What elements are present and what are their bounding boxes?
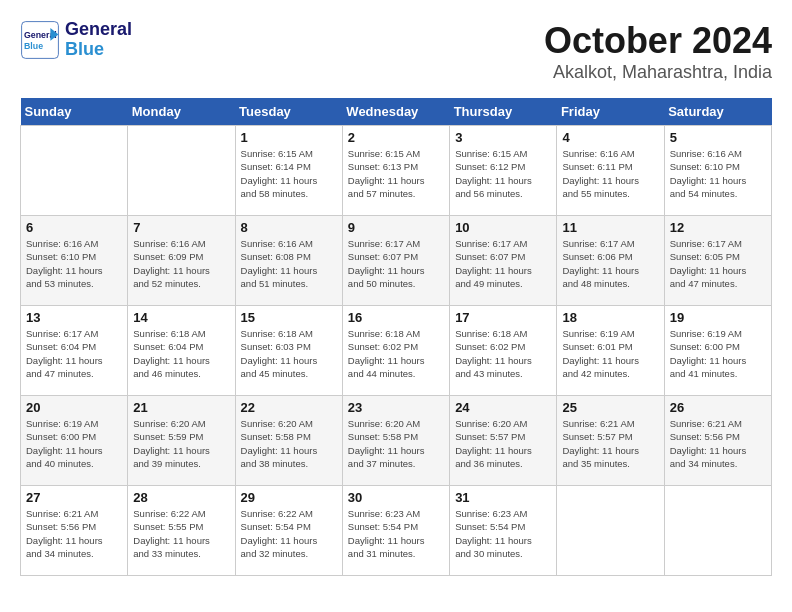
day-number: 23: [348, 400, 444, 415]
calendar-cell: 1Sunrise: 6:15 AM Sunset: 6:14 PM Daylig…: [235, 126, 342, 216]
day-info: Sunrise: 6:20 AM Sunset: 5:57 PM Dayligh…: [455, 417, 551, 470]
calendar-cell: 15Sunrise: 6:18 AM Sunset: 6:03 PM Dayli…: [235, 306, 342, 396]
day-number: 29: [241, 490, 337, 505]
week-row-3: 13Sunrise: 6:17 AM Sunset: 6:04 PM Dayli…: [21, 306, 772, 396]
day-info: Sunrise: 6:17 AM Sunset: 6:07 PM Dayligh…: [455, 237, 551, 290]
calendar-cell: 6Sunrise: 6:16 AM Sunset: 6:10 PM Daylig…: [21, 216, 128, 306]
day-number: 13: [26, 310, 122, 325]
day-info: Sunrise: 6:17 AM Sunset: 6:07 PM Dayligh…: [348, 237, 444, 290]
calendar-cell: 14Sunrise: 6:18 AM Sunset: 6:04 PM Dayli…: [128, 306, 235, 396]
day-number: 4: [562, 130, 658, 145]
logo-line1: General: [65, 20, 132, 40]
logo-text: General Blue: [65, 20, 132, 60]
calendar-cell: 19Sunrise: 6:19 AM Sunset: 6:00 PM Dayli…: [664, 306, 771, 396]
day-info: Sunrise: 6:23 AM Sunset: 5:54 PM Dayligh…: [455, 507, 551, 560]
calendar-cell: 12Sunrise: 6:17 AM Sunset: 6:05 PM Dayli…: [664, 216, 771, 306]
day-number: 21: [133, 400, 229, 415]
day-info: Sunrise: 6:18 AM Sunset: 6:04 PM Dayligh…: [133, 327, 229, 380]
calendar-cell: 22Sunrise: 6:20 AM Sunset: 5:58 PM Dayli…: [235, 396, 342, 486]
calendar-cell: 26Sunrise: 6:21 AM Sunset: 5:56 PM Dayli…: [664, 396, 771, 486]
day-info: Sunrise: 6:18 AM Sunset: 6:02 PM Dayligh…: [455, 327, 551, 380]
day-number: 16: [348, 310, 444, 325]
day-info: Sunrise: 6:20 AM Sunset: 5:59 PM Dayligh…: [133, 417, 229, 470]
calendar-cell: 4Sunrise: 6:16 AM Sunset: 6:11 PM Daylig…: [557, 126, 664, 216]
day-number: 1: [241, 130, 337, 145]
location-title: Akalkot, Maharashtra, India: [544, 62, 772, 83]
calendar-cell: 25Sunrise: 6:21 AM Sunset: 5:57 PM Dayli…: [557, 396, 664, 486]
svg-text:Blue: Blue: [24, 41, 43, 51]
day-info: Sunrise: 6:21 AM Sunset: 5:57 PM Dayligh…: [562, 417, 658, 470]
calendar-cell: [664, 486, 771, 576]
calendar-cell: 10Sunrise: 6:17 AM Sunset: 6:07 PM Dayli…: [450, 216, 557, 306]
title-block: October 2024 Akalkot, Maharashtra, India: [544, 20, 772, 83]
day-number: 7: [133, 220, 229, 235]
day-number: 10: [455, 220, 551, 235]
weekday-header-wednesday: Wednesday: [342, 98, 449, 126]
day-info: Sunrise: 6:16 AM Sunset: 6:08 PM Dayligh…: [241, 237, 337, 290]
logo: General Blue General Blue: [20, 20, 132, 60]
weekday-header-tuesday: Tuesday: [235, 98, 342, 126]
calendar-table: SundayMondayTuesdayWednesdayThursdayFrid…: [20, 98, 772, 576]
calendar-cell: 28Sunrise: 6:22 AM Sunset: 5:55 PM Dayli…: [128, 486, 235, 576]
day-number: 28: [133, 490, 229, 505]
calendar-cell: 3Sunrise: 6:15 AM Sunset: 6:12 PM Daylig…: [450, 126, 557, 216]
day-number: 27: [26, 490, 122, 505]
weekday-header-row: SundayMondayTuesdayWednesdayThursdayFrid…: [21, 98, 772, 126]
day-number: 17: [455, 310, 551, 325]
day-number: 14: [133, 310, 229, 325]
calendar-cell: 30Sunrise: 6:23 AM Sunset: 5:54 PM Dayli…: [342, 486, 449, 576]
weekday-header-sunday: Sunday: [21, 98, 128, 126]
logo-icon: General Blue: [20, 20, 60, 60]
day-info: Sunrise: 6:16 AM Sunset: 6:09 PM Dayligh…: [133, 237, 229, 290]
month-title: October 2024: [544, 20, 772, 62]
calendar-cell: 23Sunrise: 6:20 AM Sunset: 5:58 PM Dayli…: [342, 396, 449, 486]
calendar-cell: 20Sunrise: 6:19 AM Sunset: 6:00 PM Dayli…: [21, 396, 128, 486]
page-header: General Blue General Blue October 2024 A…: [20, 20, 772, 83]
day-info: Sunrise: 6:22 AM Sunset: 5:55 PM Dayligh…: [133, 507, 229, 560]
day-info: Sunrise: 6:23 AM Sunset: 5:54 PM Dayligh…: [348, 507, 444, 560]
week-row-5: 27Sunrise: 6:21 AM Sunset: 5:56 PM Dayli…: [21, 486, 772, 576]
day-info: Sunrise: 6:19 AM Sunset: 6:00 PM Dayligh…: [670, 327, 766, 380]
weekday-header-friday: Friday: [557, 98, 664, 126]
day-info: Sunrise: 6:16 AM Sunset: 6:10 PM Dayligh…: [26, 237, 122, 290]
day-info: Sunrise: 6:20 AM Sunset: 5:58 PM Dayligh…: [241, 417, 337, 470]
week-row-4: 20Sunrise: 6:19 AM Sunset: 6:00 PM Dayli…: [21, 396, 772, 486]
calendar-cell: 31Sunrise: 6:23 AM Sunset: 5:54 PM Dayli…: [450, 486, 557, 576]
day-info: Sunrise: 6:18 AM Sunset: 6:02 PM Dayligh…: [348, 327, 444, 380]
day-info: Sunrise: 6:18 AM Sunset: 6:03 PM Dayligh…: [241, 327, 337, 380]
day-number: 20: [26, 400, 122, 415]
day-info: Sunrise: 6:15 AM Sunset: 6:14 PM Dayligh…: [241, 147, 337, 200]
calendar-cell: 18Sunrise: 6:19 AM Sunset: 6:01 PM Dayli…: [557, 306, 664, 396]
calendar-cell: 27Sunrise: 6:21 AM Sunset: 5:56 PM Dayli…: [21, 486, 128, 576]
calendar-cell: 11Sunrise: 6:17 AM Sunset: 6:06 PM Dayli…: [557, 216, 664, 306]
svg-rect-0: [22, 22, 59, 59]
calendar-cell: 29Sunrise: 6:22 AM Sunset: 5:54 PM Dayli…: [235, 486, 342, 576]
calendar-cell: 24Sunrise: 6:20 AM Sunset: 5:57 PM Dayli…: [450, 396, 557, 486]
calendar-cell: 16Sunrise: 6:18 AM Sunset: 6:02 PM Dayli…: [342, 306, 449, 396]
day-number: 11: [562, 220, 658, 235]
calendar-cell: [557, 486, 664, 576]
day-number: 3: [455, 130, 551, 145]
logo-line2: Blue: [65, 40, 132, 60]
day-info: Sunrise: 6:15 AM Sunset: 6:12 PM Dayligh…: [455, 147, 551, 200]
day-number: 19: [670, 310, 766, 325]
calendar-cell: 9Sunrise: 6:17 AM Sunset: 6:07 PM Daylig…: [342, 216, 449, 306]
weekday-header-monday: Monday: [128, 98, 235, 126]
day-number: 30: [348, 490, 444, 505]
calendar-cell: 5Sunrise: 6:16 AM Sunset: 6:10 PM Daylig…: [664, 126, 771, 216]
day-info: Sunrise: 6:22 AM Sunset: 5:54 PM Dayligh…: [241, 507, 337, 560]
day-number: 12: [670, 220, 766, 235]
day-info: Sunrise: 6:20 AM Sunset: 5:58 PM Dayligh…: [348, 417, 444, 470]
calendar-cell: 2Sunrise: 6:15 AM Sunset: 6:13 PM Daylig…: [342, 126, 449, 216]
day-info: Sunrise: 6:17 AM Sunset: 6:05 PM Dayligh…: [670, 237, 766, 290]
calendar-cell: [128, 126, 235, 216]
day-info: Sunrise: 6:19 AM Sunset: 6:00 PM Dayligh…: [26, 417, 122, 470]
calendar-cell: 7Sunrise: 6:16 AM Sunset: 6:09 PM Daylig…: [128, 216, 235, 306]
calendar-cell: [21, 126, 128, 216]
weekday-header-thursday: Thursday: [450, 98, 557, 126]
day-number: 25: [562, 400, 658, 415]
day-number: 18: [562, 310, 658, 325]
day-info: Sunrise: 6:16 AM Sunset: 6:11 PM Dayligh…: [562, 147, 658, 200]
day-info: Sunrise: 6:21 AM Sunset: 5:56 PM Dayligh…: [670, 417, 766, 470]
day-number: 22: [241, 400, 337, 415]
